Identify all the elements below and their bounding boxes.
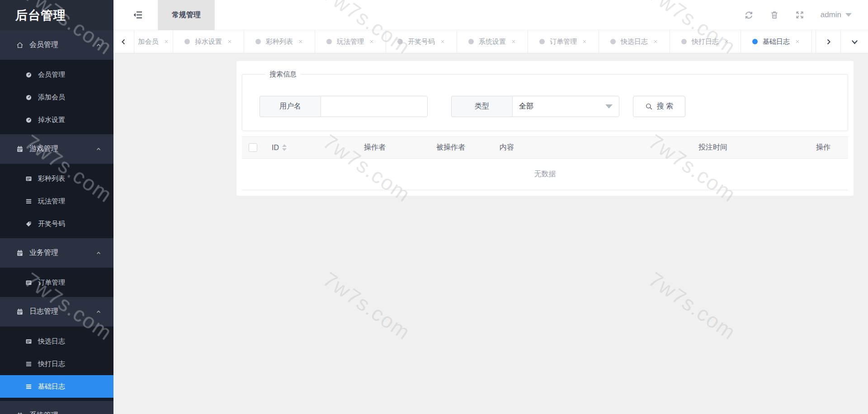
sidebar-item-label: 会员管理: [38, 71, 65, 79]
tabs-spacer: [812, 30, 816, 53]
tab-label: 基础日志: [763, 38, 790, 46]
tab-status-dot: [184, 39, 190, 44]
tab-status-dot: [255, 39, 261, 44]
select-all-checkbox[interactable]: [249, 143, 257, 152]
sidebar-item-label: 添加会员: [38, 93, 65, 102]
chevron-up-icon: [95, 250, 102, 256]
tab-掉水设置[interactable]: 掉水设置: [173, 30, 244, 53]
sidebar-item-label: 快选日志: [38, 337, 65, 346]
calendar-icon: [16, 146, 24, 153]
content-card: 搜索信息 用户名 类型 全部: [236, 61, 854, 196]
tab-label: 开奖号码: [408, 38, 435, 46]
topbar-tab-general[interactable]: 常规管理: [158, 0, 215, 30]
sidebar-group-系统管理[interactable]: 系统管理: [0, 401, 113, 414]
tab-订单管理[interactable]: 订单管理: [528, 30, 599, 53]
sidebar-fold-icon[interactable]: [132, 9, 143, 20]
sidebar-group-业务管理[interactable]: 业务管理: [0, 238, 113, 268]
close-icon[interactable]: [369, 39, 374, 44]
sidebar-group-会员管理[interactable]: 会员管理: [0, 30, 113, 60]
sidebar-item-label: 基础日志: [38, 382, 65, 391]
caret-down-icon: [845, 13, 852, 17]
user-menu[interactable]: admin: [821, 10, 852, 19]
watermark-text: 7w7s.com: [644, 267, 741, 345]
search-panel-legend: 搜索信息: [265, 70, 301, 79]
tab-玩法管理[interactable]: 玩法管理: [315, 30, 386, 53]
search-button[interactable]: 搜 索: [633, 96, 685, 117]
calendar-icon: [16, 412, 24, 414]
tab-基础日志[interactable]: 基础日志: [741, 30, 812, 53]
close-icon[interactable]: [511, 39, 516, 44]
tab-label: 加会员: [138, 38, 159, 46]
tab-系统设置[interactable]: 系统设置: [457, 30, 528, 53]
sidebar-item-label: 快打日志: [38, 360, 65, 368]
chevron-up-icon: [95, 42, 102, 48]
close-icon[interactable]: [724, 39, 729, 44]
trash-icon[interactable]: [770, 10, 779, 19]
close-icon[interactable]: [582, 39, 587, 44]
tabs-container: 加会员掉水设置彩种列表玩法管理开奖号码系统设置订单管理快选日志快打日志基础日志: [134, 30, 812, 53]
topbar-actions: admin: [744, 10, 868, 20]
tab-label: 掉水设置: [195, 38, 222, 46]
sidebar-item-label: 彩种列表: [38, 174, 65, 183]
sidebar-item-基础日志[interactable]: 基础日志: [0, 375, 113, 398]
close-icon[interactable]: [298, 39, 303, 44]
tab-开奖号码[interactable]: 开奖号码: [386, 30, 457, 53]
close-icon[interactable]: [440, 39, 445, 44]
tabs-dropdown-button[interactable]: [841, 30, 868, 53]
username-input[interactable]: [327, 103, 421, 111]
column-header-操作者: 操作者: [356, 137, 428, 158]
close-icon[interactable]: [227, 39, 232, 44]
close-icon[interactable]: [653, 39, 658, 44]
sidebar: 后台管理 会员管理会员管理添加会员掉水设置游戏管理彩种列表玩法管理开奖号码业务管…: [0, 0, 113, 414]
tab-status-dot: [468, 39, 474, 44]
sort-icon[interactable]: [282, 144, 287, 151]
sidebar-submenu-日志管理: 快选日志快打日志基础日志: [0, 327, 113, 401]
refresh-icon[interactable]: [744, 10, 754, 20]
tabs-scroll-left-button[interactable]: [113, 30, 134, 53]
sidebar-item-订单管理[interactable]: 订单管理: [0, 271, 113, 294]
tab-快打日志[interactable]: 快打日志: [670, 30, 741, 53]
sidebar-item-掉水设置[interactable]: 掉水设置: [0, 108, 113, 131]
empty-text: 无数据: [534, 169, 556, 179]
close-icon[interactable]: [164, 39, 169, 44]
tab-加会员[interactable]: 加会员: [134, 30, 173, 53]
tab-彩种列表[interactable]: 彩种列表: [244, 30, 315, 53]
tab-status-dot: [610, 39, 616, 44]
log-table: ID操作者被操作者内容投注时间操作 无数据: [242, 136, 848, 190]
fullscreen-icon[interactable]: [795, 10, 804, 19]
sidebar-item-会员管理[interactable]: 会员管理: [0, 63, 113, 86]
sidebar-item-玩法管理[interactable]: 玩法管理: [0, 190, 113, 212]
close-icon[interactable]: [795, 39, 800, 44]
sidebar-item-快打日志[interactable]: 快打日志: [0, 353, 113, 375]
column-label: 内容: [500, 143, 514, 152]
sidebar-group-label: 会员管理: [29, 40, 58, 50]
tab-label: 快打日志: [692, 38, 719, 46]
column-header-被操作者: 被操作者: [428, 137, 491, 158]
sidebar-group-label: 游戏管理: [29, 144, 58, 154]
sidebar-group-日志管理[interactable]: 日志管理: [0, 297, 113, 327]
sidebar-group-label: 业务管理: [29, 248, 58, 258]
dashboard-icon: [25, 117, 32, 123]
sidebar-group-游戏管理[interactable]: 游戏管理: [0, 134, 113, 164]
column-header-操作: 操作: [808, 137, 848, 158]
sidebar-item-添加会员[interactable]: 添加会员: [0, 86, 113, 108]
chevron-up-icon: [95, 309, 102, 315]
tab-status-dot: [326, 39, 332, 44]
tab-快选日志[interactable]: 快选日志: [599, 30, 670, 53]
table-header-row: ID操作者被操作者内容投注时间操作: [242, 136, 848, 159]
sidebar-item-彩种列表[interactable]: 彩种列表: [0, 167, 113, 190]
news-icon: [25, 338, 32, 345]
type-group: 类型 全部: [451, 96, 619, 117]
home-icon: [16, 42, 24, 49]
column-header-投注时间: 投注时间: [690, 137, 808, 158]
sidebar-group-label: 系统管理: [29, 411, 58, 414]
user-name: admin: [821, 10, 841, 19]
type-select[interactable]: 全部: [512, 96, 619, 117]
tab-status-dot: [397, 39, 403, 44]
main-area: 常规管理 admin 加会员掉水设置彩种列表玩法管理开奖号码系统设置订单管理快选…: [113, 0, 868, 53]
sidebar-item-开奖号码[interactable]: 开奖号码: [0, 212, 113, 235]
sidebar-item-快选日志[interactable]: 快选日志: [0, 330, 113, 353]
column-header-内容: 内容: [491, 137, 690, 158]
tab-label: 快选日志: [621, 38, 648, 46]
tabs-scroll-right-button[interactable]: [816, 30, 841, 53]
